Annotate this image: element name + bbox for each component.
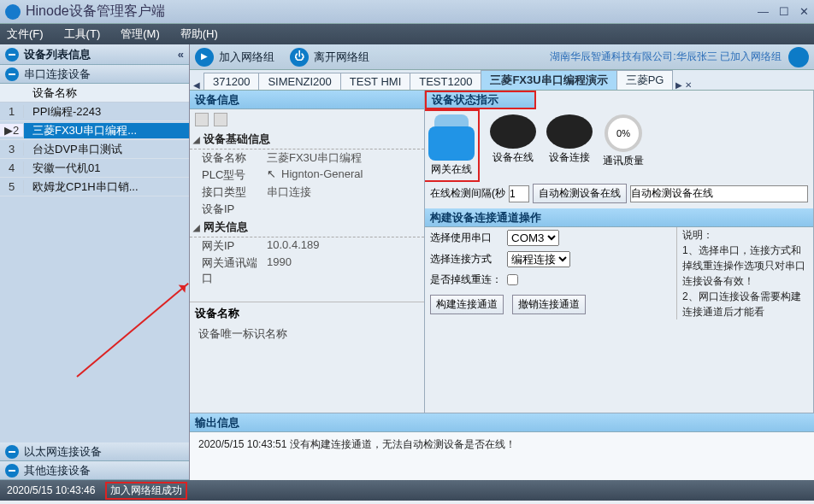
gateway-online-status: 网关在线 — [425, 109, 480, 182]
window-buttons: — ☐ ✕ — [758, 5, 809, 18]
note-1: 1、选择串口，连接方式和掉线重连操作选项只对串口连接设备有效！ — [682, 243, 808, 289]
device-list-header: 设备名称 — [0, 84, 189, 103]
value-plc: Hignton-General — [281, 167, 363, 183]
col-name: 设备名称 — [32, 85, 77, 101]
device-row[interactable]: 5欧姆龙CP1H串口销... — [0, 178, 189, 196]
device-connect-icon — [546, 114, 593, 149]
output-body: 2020/5/15 10:43:51 没有构建连接通道，无法自动检测设备是否在线… — [190, 432, 814, 480]
maximize-icon[interactable]: ☐ — [779, 5, 789, 18]
join-network-button[interactable]: 加入网络组 — [195, 48, 274, 67]
minimize-icon[interactable]: — — [758, 5, 769, 18]
menu-manage[interactable]: 管理(M) — [121, 26, 160, 42]
collapse-icon[interactable]: « — [178, 48, 184, 61]
serial-icon — [5, 67, 19, 81]
sidebar: 设备列表信息 « 串口连接设备 设备名称 1PPI编程-2243 ▶2三菱FX3… — [0, 44, 190, 480]
group-ethernet[interactable]: 以太网连接设备 — [0, 442, 189, 461]
tab-scroll-right[interactable]: ▶ ✕ — [672, 80, 695, 90]
value-interface: 串口连接 — [267, 185, 311, 200]
menubar: 文件(F) 工具(T) 管理(M) 帮助(H) — [0, 24, 814, 44]
build-channel-button[interactable]: 构建连接通道 — [430, 295, 504, 314]
label-gwip: 网关IP — [190, 238, 267, 254]
grid-icon[interactable] — [195, 113, 209, 126]
info-toolbar — [190, 109, 424, 130]
label-plc: PLC型号 — [190, 167, 267, 183]
device-info-panel: 设备信息 设备基础信息 设备名称三菱FX3U串口编程 PLC型号↖Hignton… — [190, 91, 425, 413]
close-icon[interactable]: ✕ — [799, 5, 809, 18]
reconnect-checkbox[interactable] — [507, 274, 518, 285]
app-title: Hinode设备管理客户端 — [26, 3, 758, 21]
leave-network-button[interactable]: 离开网络组 — [290, 48, 369, 67]
value-gwip: 10.0.4.189 — [267, 238, 319, 254]
other-icon — [5, 464, 19, 478]
label-section-name: 设备名称 — [190, 302, 424, 325]
output-panel: 输出信息 2020/5/15 10:43:51 没有构建连接通道，无法自动检测设… — [190, 413, 814, 480]
com-select[interactable]: COM3 — [507, 230, 559, 246]
device-info-header: 设备信息 — [190, 91, 424, 109]
device-connect-status: 设备连接 — [546, 114, 593, 177]
destroy-channel-button[interactable]: 撤销连接通道 — [512, 295, 586, 314]
quality-gauge-icon: 0% — [605, 114, 642, 152]
label-gwport: 网关通讯端口 — [190, 255, 267, 286]
device-online-status: 设备在线 — [490, 114, 536, 177]
label-reconnect: 是否掉线重连： — [430, 273, 507, 287]
statusbar: 2020/5/15 10:43:46 加入网络组成功 — [0, 480, 814, 501]
group-other-label: 其他连接设备 — [24, 463, 91, 478]
group-serial[interactable]: 串口连接设备 — [0, 65, 189, 84]
leave-icon — [290, 48, 309, 67]
auto-detect-button[interactable]: 自动检测设备在线 — [533, 184, 627, 203]
tab[interactable]: TEST HMI — [340, 73, 410, 90]
sidebar-header: 设备列表信息 « — [0, 44, 189, 65]
device-row[interactable]: 4安徽一代机01 — [0, 159, 189, 178]
gateway-icon — [428, 126, 475, 161]
tab-bar: ◀ 371200 SIMENZI200 TEST HMI TEST1200 三菱… — [190, 70, 814, 91]
device-row[interactable]: 1PPI编程-2243 — [0, 103, 189, 121]
output-header: 输出信息 — [190, 413, 814, 432]
ethernet-icon — [5, 445, 19, 459]
user-info: 湖南华辰智通科技有限公司:华辰张三 已加入网络组 — [550, 50, 782, 64]
value-gwport: 1990 — [267, 255, 292, 286]
label-devip: 设备IP — [190, 202, 267, 217]
value-devname: 三菱FX3U串口编程 — [267, 150, 362, 166]
note-title: 说明： — [682, 227, 808, 243]
titlebar: Hinode设备管理客户端 — ☐ ✕ — [0, 0, 814, 24]
status-panel: 设备状态指示 网关在线 设备在线 设备连接 0%通讯质量 在线检测间隔(秒 自动… — [425, 91, 814, 413]
note-2: 2、网口连接设备需要构建连接通道后才能看 — [682, 289, 808, 319]
tab[interactable]: SIMENZI200 — [258, 73, 340, 90]
status-header: 设备状态指示 — [425, 91, 536, 109]
interval-input[interactable] — [509, 185, 529, 202]
join-icon — [195, 48, 214, 67]
avatar-icon[interactable] — [788, 47, 809, 67]
tab[interactable]: 371200 — [204, 73, 259, 90]
tab-active[interactable]: 三菱FX3U串口编程演示 — [481, 70, 616, 90]
device-row[interactable]: 3台达DVP串口测试 — [0, 140, 189, 159]
status-message: 加入网络组成功 — [105, 482, 187, 500]
mode-select[interactable]: 编程连接 — [507, 251, 570, 267]
label-interval: 在线检测间隔(秒 — [430, 186, 505, 201]
label-interface: 接口类型 — [190, 185, 267, 200]
tab-scroll-left[interactable]: ◀ — [190, 80, 204, 90]
toolbar: 加入网络组 离开网络组 湖南华辰智通科技有限公司:华辰张三 已加入网络组 — [190, 44, 814, 70]
label-com: 选择使用串口 — [430, 231, 507, 245]
group-other[interactable]: 其他连接设备 — [0, 461, 189, 480]
tab[interactable]: TEST1200 — [410, 73, 481, 90]
auto-detect-field[interactable] — [630, 185, 808, 202]
label-uid: 设备唯一标识名称 — [190, 325, 424, 343]
menu-file[interactable]: 文件(F) — [7, 26, 44, 42]
sort-icon[interactable] — [214, 113, 227, 126]
device-online-icon — [490, 114, 536, 149]
menu-tool[interactable]: 工具(T) — [64, 26, 101, 42]
build-channel-header: 构建设备连接通道操作 — [425, 208, 813, 227]
sidebar-title: 设备列表信息 — [24, 47, 91, 62]
label-mode: 选择连接方式 — [430, 252, 507, 267]
device-row[interactable]: ▶2三菱FX3U串口编程... — [0, 121, 189, 140]
menu-help[interactable]: 帮助(H) — [180, 26, 218, 42]
tab[interactable]: 三菱PG — [616, 70, 674, 90]
app-logo-icon — [5, 4, 21, 20]
group-serial-label: 串口连接设备 — [24, 67, 91, 82]
comm-quality-status: 0%通讯质量 — [603, 114, 644, 177]
status-time: 2020/5/15 10:43:46 — [7, 484, 95, 496]
group-basic[interactable]: 设备基础信息 — [190, 130, 424, 149]
group-gateway[interactable]: 网关信息 — [190, 218, 424, 237]
label-devname: 设备名称 — [190, 150, 267, 166]
group-ethernet-label: 以太网连接设备 — [24, 444, 102, 460]
